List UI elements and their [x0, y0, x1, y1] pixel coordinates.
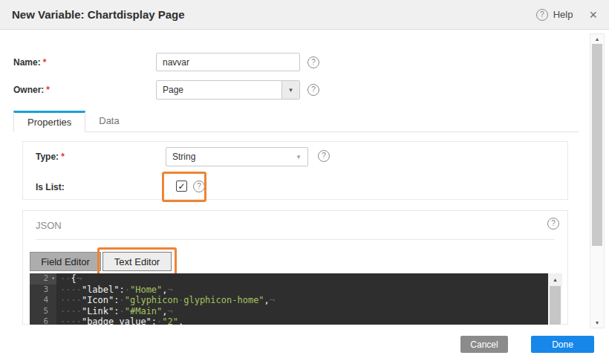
chevron-down-icon[interactable]: ▾ [281, 81, 299, 99]
field-editor-button[interactable]: Field Editor [30, 252, 101, 271]
gutter-line-number: 5 [30, 306, 56, 317]
dialog-title: New Variable: Chartdisplay Page [12, 8, 185, 21]
required-asterisk: * [43, 57, 47, 68]
type-help-icon[interactable]: ? [318, 150, 330, 162]
code-line: ····"Link":·"#Main",¬ [56, 306, 548, 317]
code-line: ··{¬ [56, 273, 548, 285]
properties-data-tabbar: Properties Data [13, 111, 579, 132]
json-code-editor[interactable]: 2▾3456 ··{¬····"label":·"Home",¬····"Ico… [30, 273, 562, 325]
owner-selected-value: Page [157, 85, 281, 95]
chevron-down-icon: ▾ [290, 148, 307, 166]
gutter-line-number: 3 [30, 285, 56, 296]
code-line: ····"Icon":·"glyphicon·glyphicon-home",¬ [56, 295, 548, 306]
dialog-scrollbar[interactable]: ▴ ▾ [590, 33, 605, 328]
name-input[interactable] [156, 53, 300, 71]
tab-properties[interactable]: Properties [13, 111, 85, 132]
editor-scrollbar-thumb[interactable] [550, 286, 561, 325]
cancel-button[interactable]: Cancel [460, 336, 508, 353]
required-asterisk: * [46, 85, 50, 95]
editor-gutter: 2▾3456 [30, 273, 56, 325]
close-icon[interactable]: × [589, 8, 597, 22]
code-line: ····"label":·"Home",¬ [56, 285, 548, 296]
is-list-help-icon[interactable]: ? [193, 181, 205, 192]
type-selected-value: String [166, 152, 290, 162]
new-variable-dialog: New Variable: Chartdisplay Page ? Help ×… [0, 0, 609, 364]
name-label: Name:* [13, 57, 46, 68]
owner-select[interactable]: Page ▾ [156, 80, 300, 100]
text-editor-button[interactable]: Text Editor [102, 252, 172, 271]
fold-icon[interactable]: ▾ [51, 273, 55, 285]
scroll-up-icon[interactable]: ▴ [590, 34, 604, 44]
header-actions: ? Help × [536, 8, 597, 22]
json-divider [36, 239, 555, 240]
json-help-icon[interactable]: ? [547, 218, 559, 230]
tab-data[interactable]: Data [85, 110, 132, 131]
gutter-line-number: 6 [30, 316, 56, 325]
json-section-title: JSON [36, 220, 62, 231]
done-button[interactable]: Done [531, 336, 594, 353]
editor-code[interactable]: ··{¬····"label":·"Home",¬····"Icon":·"gl… [56, 273, 548, 325]
type-label: Type:* [36, 152, 65, 162]
required-asterisk: * [61, 152, 65, 162]
dialog-header: New Variable: Chartdisplay Page ? Help × [0, 0, 609, 30]
name-help-icon[interactable]: ? [307, 56, 319, 68]
help-link[interactable]: Help [553, 9, 573, 20]
owner-help-icon[interactable]: ? [307, 84, 319, 96]
is-list-label: Is List: [36, 182, 65, 192]
owner-label: Owner:* [13, 85, 50, 95]
editor-scrollbar[interactable]: ▴ [548, 273, 562, 325]
type-select[interactable]: String ▾ [166, 147, 308, 166]
help-icon[interactable]: ? [536, 9, 548, 21]
dialog-scrollbar-thumb[interactable] [592, 44, 602, 246]
code-line: ····"badge_value":·"2", [56, 316, 548, 325]
scroll-down-icon[interactable]: ▾ [590, 318, 604, 328]
gutter-line-number: 2▾ [30, 273, 56, 285]
gutter-line-number: 4 [30, 295, 56, 306]
is-list-checkbox[interactable]: ✓ [176, 181, 187, 192]
scroll-up-icon[interactable]: ▴ [548, 273, 562, 286]
